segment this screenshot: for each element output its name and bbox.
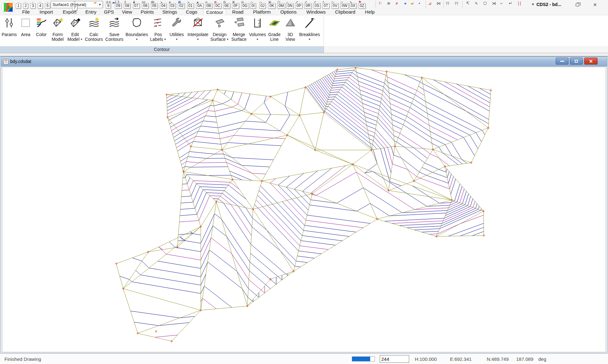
- menu-view[interactable]: View: [119, 9, 135, 15]
- keytip-3[interactable]: 3: [30, 3, 35, 9]
- menu-windows[interactable]: Windows: [304, 9, 328, 15]
- keytip-07[interactable]: 07: [133, 3, 140, 9]
- keytip-0W[interactable]: 0W: [340, 3, 349, 9]
- app-logo[interactable]: [1, 0, 15, 14]
- keytip-0N[interactable]: 0N: [286, 3, 294, 9]
- keytip-0R[interactable]: 0R: [304, 3, 312, 9]
- keytip-7[interactable]: 7: [72, 5, 77, 10]
- keytip-4[interactable]: 4: [38, 3, 43, 9]
- doc-minimize-button[interactable]: [556, 58, 568, 65]
- save-icon[interactable]: ▪: [419, 1, 420, 6]
- keytip-0F[interactable]: 0F: [232, 3, 239, 9]
- sliders-icon[interactable]: ⫯⫯: [446, 1, 449, 6]
- ribbon-button-edit-model[interactable]: EditModel ▼: [66, 16, 84, 46]
- menu-contour[interactable]: Contour: [203, 9, 226, 15]
- ribbon-button-utilities[interactable]: Utilities▼: [168, 16, 186, 46]
- menu-cogo[interactable]: Cogo: [183, 9, 200, 15]
- not-equal-icon[interactable]: ≠: [396, 1, 398, 6]
- chart-rise-icon[interactable]: ⊿: [428, 1, 432, 6]
- ribbon-button-form-model[interactable]: FormModel: [49, 16, 66, 46]
- elbow-arrow-icon[interactable]: ↵: [509, 1, 512, 6]
- menu-platform[interactable]: Platform: [250, 9, 273, 15]
- ribbon-button-3d-view[interactable]: 3DView: [282, 16, 298, 46]
- app-restore-button[interactable]: [572, 1, 583, 8]
- keytip-0P[interactable]: 0P: [295, 3, 303, 9]
- ribbon-button-params[interactable]: Params: [1, 16, 18, 46]
- snap-arrows-icon[interactable]: ⋊: [492, 1, 496, 6]
- keytip-09[interactable]: 09: [115, 3, 122, 9]
- lasso-icon[interactable]: ↸: [466, 1, 470, 6]
- keytip-03[interactable]: 03: [169, 3, 176, 9]
- open-folder-icon[interactable]: ▰: [94, 0, 97, 5]
- ribbon-button-color[interactable]: Color: [34, 16, 49, 46]
- sliders2-icon[interactable]: ⫯⫯: [455, 1, 458, 6]
- boundaries-icon: [131, 17, 142, 28]
- keytip-0C[interactable]: 0C: [214, 3, 221, 9]
- ribbon-button-grade-line[interactable]: GradeLine: [266, 16, 282, 46]
- keytip-08[interactable]: 08: [124, 3, 130, 9]
- new-page-icon[interactable]: ▯: [73, 0, 76, 5]
- flag-strike-icon[interactable]: ⚐: [378, 1, 382, 6]
- drawing-canvas[interactable]: [2, 67, 606, 352]
- status-value-field[interactable]: [380, 355, 409, 363]
- corner-arrow-icon[interactable]: ⌐: [500, 1, 503, 6]
- keytip-0X[interactable]: 0X: [350, 3, 357, 9]
- keytip-0E[interactable]: 0E: [223, 3, 231, 9]
- triple-wave-icon[interactable]: ≋: [387, 1, 390, 6]
- menu-road[interactable]: Road: [230, 9, 246, 15]
- keytip-0I[interactable]: 0I: [250, 3, 256, 9]
- keytip-0G[interactable]: 0G: [241, 3, 249, 9]
- keytip-01[interactable]: 01: [187, 3, 194, 9]
- keytip-0J[interactable]: 0J: [259, 3, 266, 9]
- keytip-05[interactable]: 05: [151, 3, 158, 9]
- ribbon-button-pos-labels[interactable]: PosLabels ▼: [149, 16, 168, 46]
- menu-strings[interactable]: Strings: [160, 9, 180, 15]
- keytip-0V[interactable]: 0V: [332, 3, 339, 9]
- ribbon-button-save-contours[interactable]: SaveContours: [104, 16, 125, 46]
- menu-options[interactable]: Options: [278, 9, 299, 15]
- menu-file[interactable]: File: [20, 9, 32, 15]
- chevron-down-icon[interactable]: ▼: [97, 3, 102, 6]
- keytip-0B[interactable]: 0B: [205, 3, 212, 9]
- app-close-button[interactable]: ×: [590, 1, 600, 8]
- keytip-5[interactable]: 5: [45, 3, 50, 9]
- ribbon-button-merge-surface[interactable]: MergeSurface: [229, 16, 249, 46]
- keytip-04[interactable]: 04: [160, 3, 167, 9]
- menu-entry[interactable]: Entry: [83, 9, 99, 15]
- keytip-02[interactable]: 02: [178, 3, 185, 9]
- menu-clipboard[interactable]: Clipboard: [332, 9, 358, 15]
- keytip-0K[interactable]: 0K: [268, 3, 276, 9]
- menu-gps[interactable]: GPS: [101, 9, 117, 15]
- keytip-06[interactable]: 06: [142, 3, 149, 9]
- polygon-points-icon[interactable]: ⬠: [483, 1, 487, 6]
- ribbon-button-boundaries[interactable]: Boundaries▼: [125, 16, 149, 46]
- document-titlebar[interactable]: bdy.cdsdat ✕: [1, 57, 607, 66]
- menu-import[interactable]: Import: [37, 9, 56, 15]
- keytip-1[interactable]: 1: [16, 3, 21, 9]
- dot-icon[interactable]: ●: [404, 1, 407, 6]
- bracket-arrows-icon[interactable]: ⎱⎰: [517, 1, 521, 6]
- doc-maximize-button[interactable]: [570, 58, 583, 65]
- doc-close-button[interactable]: ✕: [584, 58, 598, 65]
- ribbon-button-volumes[interactable]: Volumes▼: [249, 16, 266, 46]
- select-pointer-icon[interactable]: ⇖: [475, 1, 478, 6]
- chart-cross-icon[interactable]: ⋈: [437, 1, 441, 6]
- ribbon-button-area[interactable]: Area: [18, 16, 34, 46]
- ribbon-button-calc-contours[interactable]: CalcContours: [84, 16, 104, 46]
- ribbon-button-breaklines[interactable]: Breaklines▼: [298, 16, 321, 46]
- ribbon-bottom-edge: [0, 53, 608, 56]
- open-folder2-icon[interactable]: ▰: [411, 1, 414, 6]
- keytip-0M[interactable]: 0M: [277, 3, 285, 9]
- menu-points[interactable]: Points: [138, 9, 156, 15]
- keytip-0T[interactable]: 0T: [322, 3, 329, 9]
- status-n-value: N:489.749: [487, 356, 509, 362]
- keytip-9[interactable]: 9: [106, 3, 111, 9]
- ribbon-button-design-surface[interactable]: DesignSurface ▼: [210, 16, 229, 46]
- ribbon-button-interpolate[interactable]: Interpolate▼: [186, 16, 210, 46]
- keytip-0S[interactable]: 0S: [314, 3, 321, 9]
- toolbar-customize-icon[interactable]: ▼: [531, 3, 535, 6]
- keytip-2[interactable]: 2: [23, 3, 28, 9]
- menu-help[interactable]: Help: [363, 9, 377, 15]
- keytip-0Z[interactable]: 0Z: [358, 3, 365, 9]
- keytip-0A[interactable]: 0A: [196, 3, 203, 9]
